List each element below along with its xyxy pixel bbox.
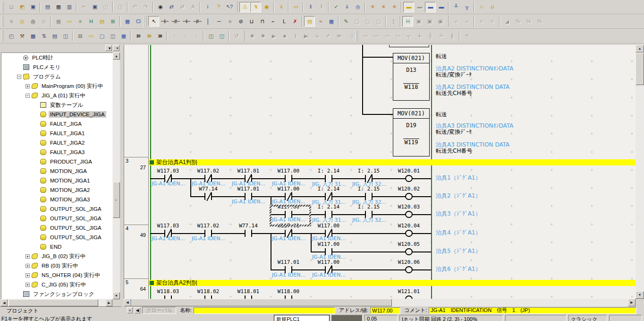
tree-item[interactable]: +JIG_B (02) 実行中 [1,252,112,261]
tree-item[interactable]: PLCメモリ [1,62,112,72]
set-instruction-button[interactable]: ⊔ [246,16,257,26]
run-monitor-button[interactable]: ✳ [367,2,378,12]
tree-item[interactable]: +NS_OHTER (04) 実行中 [1,270,112,280]
tree-item[interactable]: END [1,242,112,252]
toolbar-drag-handle[interactable] [242,30,245,42]
coil-nc-tool-button[interactable]: ⊘ [235,16,246,26]
contact-no-button[interactable]: ⊣⊢ [159,16,170,26]
online-save-button[interactable]: ◫ [205,31,216,41]
tree-item[interactable]: PLC時計 [1,53,112,62]
output-coil[interactable] [405,266,413,273]
time-chart-button[interactable]: ╥ [461,2,472,12]
ladder-horizontal-scrollbar[interactable]: ◀▶ [124,299,636,306]
coil-tool-button[interactable]: ○ [224,16,235,26]
window-mode-1-button[interactable]: ▬ [403,2,414,12]
output-coil[interactable] [405,193,413,200]
contact-no[interactable] [164,295,172,299]
copy-button[interactable]: ▣ [89,2,100,12]
contact-no[interactable] [204,295,212,299]
output-coil[interactable] [405,295,413,299]
rung-list-button[interactable]: ≡ [75,16,85,26]
work-online-button[interactable]: ⚠ [239,2,250,12]
search-online-button[interactable]: ◉ [261,2,272,12]
scroll-left-button[interactable]: ◀ [124,299,131,306]
display-hex-button[interactable]: 16 [154,31,165,41]
find-monitor-button[interactable]: ✳ [389,2,399,12]
tree-expander-minus-icon[interactable]: − [17,75,21,79]
tree-expander-plus-icon[interactable]: + [25,283,30,287]
output-coil[interactable] [405,211,413,218]
toolbar-drag-handle[interactable] [1,16,4,27]
delete-element-button[interactable]: ✗ [289,16,300,26]
vertical-line-button[interactable]: │ [203,16,213,26]
tree-item[interactable]: MOTION_JIGA1 [1,176,112,185]
scrollbar-thumb[interactable]: ≡ [113,182,120,218]
tree-item[interactable]: FAULT_JIGA1 [1,129,112,138]
tree-item[interactable]: OUTPUT_SOL_JIGA [1,223,112,233]
toolbar-drag-handle[interactable] [356,30,358,42]
tree-item[interactable]: OUTPUT_SOL_JIGA [1,233,112,242]
scroll-right-button[interactable]: ▶ [106,299,112,306]
tree-item[interactable]: MOTION_JIGA3 [1,195,112,204]
toolbar-drag-handle[interactable] [144,16,146,27]
scroll-up-button[interactable]: ▲ [636,45,644,52]
tab-project[interactable]: プロジェクト [1,306,45,315]
nest-view-button[interactable]: ⊞ [107,16,118,26]
tree-vertical-scrollbar[interactable]: ▲≡▼ [113,52,120,299]
ladder-vertical-scrollbar[interactable]: ▲▼ [636,45,644,299]
scrollbar-thumb[interactable] [131,299,392,306]
tree-item[interactable]: +RB (03) 実行中 [1,261,112,270]
transfer-warning-button[interactable]: ⇓ [276,2,287,12]
memory-edit-button[interactable]: ▭ [85,31,96,41]
mov-instruction-block[interactable]: MOV(021)D19W119 [393,108,430,156]
cross-reference-button[interactable]: ⇅ [38,31,49,41]
symbol-edit-button[interactable]: ✎ [340,16,351,26]
contact-or-nc-button[interactable]: ⊣∕⊢ [192,16,203,26]
print-button[interactable]: ▦ [53,2,64,12]
online-save-2-button[interactable]: ◫ [216,31,227,41]
instruction-block-partial[interactable] [389,45,429,47]
tree-expander-plus-icon[interactable]: + [25,254,30,259]
calendar-view-button[interactable]: ▦ [326,16,337,26]
display-signed-button[interactable]: 10 [144,31,154,41]
replace-button[interactable]: ⇄ [166,2,177,12]
scroll-left-button[interactable]: ◀ [1,299,8,306]
contact-no[interactable] [245,230,252,237]
window-mode-3-button[interactable]: ▬ [425,2,436,12]
page-fold-button[interactable]: ▢ [96,31,107,41]
io-comment-button[interactable]: H [85,16,96,26]
open-file-button[interactable]: ◩ [17,2,27,12]
output-coil[interactable] [405,175,413,182]
instruction-entry-button[interactable]: L [279,16,289,26]
tree-item[interactable]: FAULT_JIGA [1,119,112,129]
address-reference-button[interactable]: ⋮ [388,16,398,26]
scroll-up-button[interactable]: ▲ [113,52,120,60]
contact-no[interactable] [245,295,252,299]
comment-edit-button[interactable]: ▭ [64,16,75,26]
watch-close-button[interactable]: × [127,307,133,313]
toolbar-drag-handle[interactable] [1,30,4,42]
contact-or-button[interactable]: ⊣⊢ [181,16,192,26]
toolbar-drag-handle[interactable] [446,16,449,27]
tree-horizontal-scrollbar[interactable]: ◀▶ [1,299,112,306]
binary-grid-button[interactable]: ▦ [118,31,129,41]
scrollbar-track[interactable] [113,52,120,299]
program-check-button[interactable]: ✓ [330,2,341,12]
watch-back-button[interactable]: ◀ [135,307,140,313]
zoom-in-button[interactable]: ◎ [17,16,27,26]
scroll-down-button[interactable]: ▼ [636,291,644,299]
protect-release-button[interactable]: ∪ [487,2,498,12]
contact-nc[interactable] [204,193,212,200]
scroll-right-button[interactable]: ▶ [628,299,636,306]
scrollbar-thumb[interactable] [8,299,98,306]
rung-comment-bar[interactable]: 架台治具A1判別 [149,159,636,165]
monitor-sheet-button[interactable]: ▤ [304,16,315,26]
scrollbar-thumb[interactable] [636,53,644,85]
address-value-input[interactable] [370,307,400,314]
reset-instruction-button[interactable]: ⊓ [257,16,268,26]
tree-item[interactable]: ファンクションブロック [1,289,112,299]
ladder-diagram-editor[interactable]: 327449564MOV(021)D13W118転送治具A2 DISTINCTI… [124,45,636,299]
grid-toggle-button[interactable]: ▦ [53,16,64,26]
toolbar-drag-handle[interactable] [235,1,237,13]
program-transfer-button[interactable]: ⇓ [341,2,352,12]
